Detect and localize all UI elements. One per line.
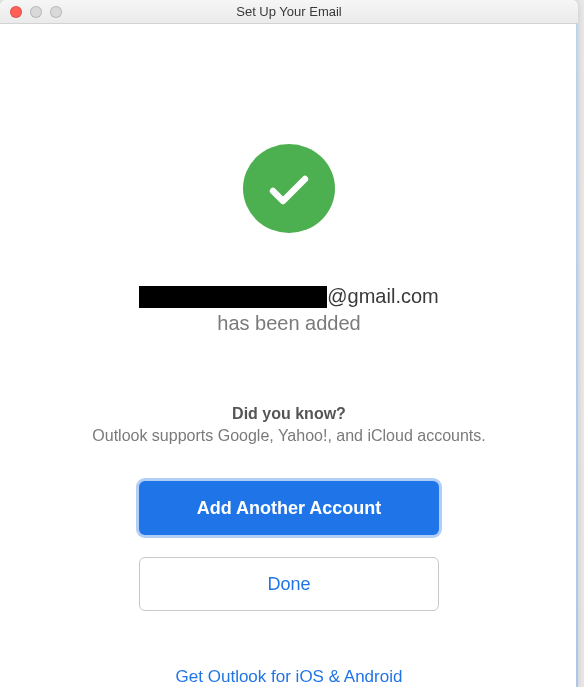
email-domain: @gmail.com xyxy=(327,285,438,308)
background-edge xyxy=(576,0,578,687)
window-controls xyxy=(0,6,62,18)
get-outlook-mobile-link[interactable]: Get Outlook for iOS & Android xyxy=(176,667,403,687)
window-title: Set Up Your Email xyxy=(0,4,578,19)
content-area: @gmail.com has been added Did you know? … xyxy=(0,24,578,687)
done-button[interactable]: Done xyxy=(139,557,439,611)
minimize-window-button xyxy=(30,6,42,18)
added-email-line: @gmail.com xyxy=(139,285,438,308)
zoom-window-button xyxy=(50,6,62,18)
close-window-button[interactable] xyxy=(10,6,22,18)
did-you-know-body: Outlook supports Google, Yahoo!, and iCl… xyxy=(92,427,485,445)
redacted-email-local xyxy=(139,286,327,308)
add-another-account-button[interactable]: Add Another Account xyxy=(139,481,439,535)
added-confirmation-text: has been added xyxy=(217,312,360,335)
setup-email-window: Set Up Your Email @gmail.com has been ad… xyxy=(0,0,578,687)
did-you-know-heading: Did you know? xyxy=(232,405,346,423)
titlebar: Set Up Your Email xyxy=(0,0,578,24)
button-group: Add Another Account Done xyxy=(139,481,439,611)
success-checkmark-icon xyxy=(243,144,335,233)
